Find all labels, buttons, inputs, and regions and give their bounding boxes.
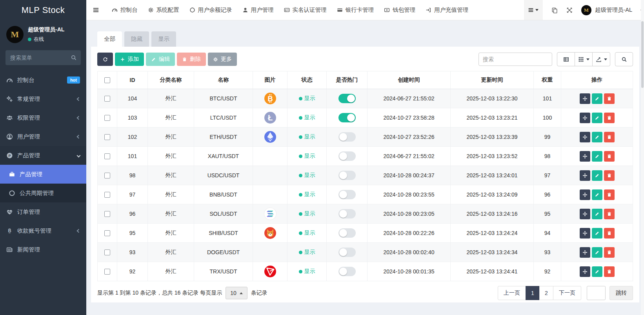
delete-row-button[interactable] bbox=[604, 170, 615, 181]
hot-toggle[interactable] bbox=[338, 209, 356, 218]
move-row-button[interactable] bbox=[580, 93, 590, 104]
page-scrollbar[interactable] bbox=[641, 0, 644, 315]
edit-row-button[interactable] bbox=[592, 266, 602, 277]
move-row-button[interactable] bbox=[580, 266, 590, 277]
gauge-icon bbox=[6, 77, 13, 84]
move-row-button[interactable] bbox=[580, 132, 590, 142]
move-row-button[interactable] bbox=[580, 189, 590, 200]
edit-row-button[interactable] bbox=[592, 151, 602, 162]
sidebar-item-product[interactable]: 产品管理 bbox=[0, 146, 86, 165]
sidebar-item-payee[interactable]: 收款账号管理 bbox=[0, 221, 86, 240]
edit-row-button[interactable] bbox=[592, 132, 602, 142]
row-checkbox[interactable] bbox=[104, 249, 110, 255]
table-search-input[interactable] bbox=[478, 53, 552, 66]
row-checkbox[interactable] bbox=[104, 192, 110, 198]
sidebar-item-user[interactable]: 用户管理 bbox=[0, 127, 86, 146]
prev-page-button[interactable]: 上一页 bbox=[498, 286, 526, 300]
nav-item-user-manage[interactable]: 用户管理 bbox=[242, 6, 274, 14]
delete-row-button[interactable] bbox=[604, 266, 615, 277]
row-checkbox[interactable] bbox=[104, 115, 110, 121]
hot-toggle[interactable] bbox=[338, 132, 356, 142]
export-button[interactable] bbox=[592, 52, 610, 66]
edit-row-button[interactable] bbox=[592, 170, 602, 181]
add-button[interactable]: 添加 bbox=[115, 53, 144, 66]
delete-row-button[interactable] bbox=[604, 209, 615, 219]
hamburger-menu-icon[interactable] bbox=[93, 7, 99, 13]
nav-item-system-config[interactable]: 系统配置 bbox=[148, 6, 179, 14]
move-row-button[interactable] bbox=[580, 170, 590, 181]
nav-item-balance-record[interactable]: 用户余额记录 bbox=[189, 6, 232, 14]
move-row-button[interactable] bbox=[580, 228, 590, 239]
move-row-button[interactable] bbox=[580, 247, 590, 258]
nav-item-recharge-manage[interactable]: 用户充值管理 bbox=[426, 6, 468, 14]
row-checkbox[interactable] bbox=[104, 96, 110, 102]
sidebar-item-order[interactable]: 订单管理 bbox=[0, 202, 86, 221]
nav-item-label: 系统配置 bbox=[156, 6, 179, 14]
edit-row-button[interactable] bbox=[592, 189, 602, 200]
copy-icon[interactable] bbox=[551, 7, 558, 13]
navbar-avatar[interactable]: M bbox=[581, 5, 591, 15]
navbar-user-name[interactable]: 超级管理员-AL bbox=[595, 6, 632, 14]
delete-row-button[interactable] bbox=[604, 247, 615, 258]
delete-row-button[interactable] bbox=[604, 151, 615, 162]
more-button[interactable]: 更多 bbox=[208, 53, 237, 66]
edit-row-button[interactable] bbox=[592, 113, 602, 123]
select-all-checkbox[interactable] bbox=[104, 77, 110, 83]
edit-row-button[interactable] bbox=[592, 247, 602, 258]
row-checkbox[interactable] bbox=[104, 230, 110, 236]
sidebar-item-general[interactable]: 常规管理 bbox=[0, 89, 86, 108]
jump-button[interactable]: 跳转 bbox=[609, 286, 633, 300]
tab-显示[interactable]: 显示 bbox=[151, 31, 176, 47]
delete-row-button[interactable] bbox=[604, 113, 615, 123]
delete-row-button[interactable] bbox=[604, 93, 615, 104]
search-button[interactable] bbox=[615, 52, 633, 66]
row-checkbox[interactable] bbox=[104, 211, 110, 217]
hot-toggle[interactable] bbox=[338, 171, 356, 180]
hot-toggle[interactable] bbox=[338, 113, 356, 122]
delete-row-button[interactable] bbox=[604, 132, 615, 142]
page-button-1[interactable]: 1 bbox=[526, 286, 540, 300]
tab-全部[interactable]: 全部 bbox=[97, 31, 122, 47]
page-size-select[interactable]: 10 bbox=[226, 287, 247, 299]
nav-item-wallet-manage[interactable]: 钱包管理 bbox=[384, 6, 415, 14]
hot-toggle[interactable] bbox=[338, 267, 356, 276]
edit-row-button[interactable] bbox=[592, 209, 602, 219]
hot-toggle[interactable] bbox=[338, 228, 356, 238]
row-checkbox[interactable] bbox=[104, 153, 110, 159]
fullscreen-icon[interactable] bbox=[566, 7, 573, 13]
sidebar-search-input[interactable] bbox=[5, 50, 81, 65]
edit-row-button[interactable] bbox=[592, 228, 602, 239]
sidebar-item-label: 权限管理 bbox=[17, 114, 40, 122]
sidebar-item-news[interactable]: 新闻管理 bbox=[0, 240, 86, 259]
columns-button[interactable] bbox=[575, 52, 593, 66]
page-button-2[interactable]: 2 bbox=[539, 286, 553, 300]
edit-row-button[interactable] bbox=[592, 93, 602, 104]
hot-toggle[interactable] bbox=[338, 94, 356, 103]
move-row-button[interactable] bbox=[580, 113, 590, 123]
refresh-button[interactable] bbox=[97, 53, 113, 66]
list-dropdown-button[interactable] bbox=[524, 0, 543, 20]
move-row-button[interactable] bbox=[580, 151, 590, 162]
scrollbar-thumb[interactable] bbox=[641, 21, 644, 88]
cell-image bbox=[253, 166, 287, 185]
sidebar-item-permission[interactable]: 权限管理 bbox=[0, 108, 86, 127]
row-checkbox[interactable] bbox=[104, 173, 110, 178]
sidebar-item-product-manage[interactable]: 产品管理 bbox=[0, 165, 86, 184]
hot-toggle[interactable] bbox=[338, 248, 356, 257]
row-checkbox[interactable] bbox=[104, 269, 110, 275]
delete-row-button[interactable] bbox=[604, 228, 615, 239]
tab-隐藏[interactable]: 隐藏 bbox=[124, 31, 149, 47]
row-checkbox[interactable] bbox=[104, 134, 110, 140]
sidebar-item-dashboard[interactable]: 控制台hot bbox=[0, 71, 86, 89]
detail-view-button[interactable] bbox=[557, 52, 575, 66]
delete-row-button[interactable] bbox=[604, 189, 615, 200]
nav-item-console[interactable]: 控制台 bbox=[112, 6, 138, 14]
nav-item-bankcard-manage[interactable]: 银行卡管理 bbox=[337, 6, 374, 14]
next-page-button[interactable]: 下一页 bbox=[553, 286, 581, 300]
sidebar-item-public-cycle[interactable]: 公共周期管理 bbox=[0, 184, 86, 202]
move-row-button[interactable] bbox=[580, 209, 590, 219]
nav-item-kyc-manage[interactable]: 实名认证管理 bbox=[284, 6, 327, 14]
hot-toggle[interactable] bbox=[338, 190, 356, 199]
hot-toggle[interactable] bbox=[338, 151, 356, 161]
jump-page-input[interactable] bbox=[587, 286, 606, 300]
